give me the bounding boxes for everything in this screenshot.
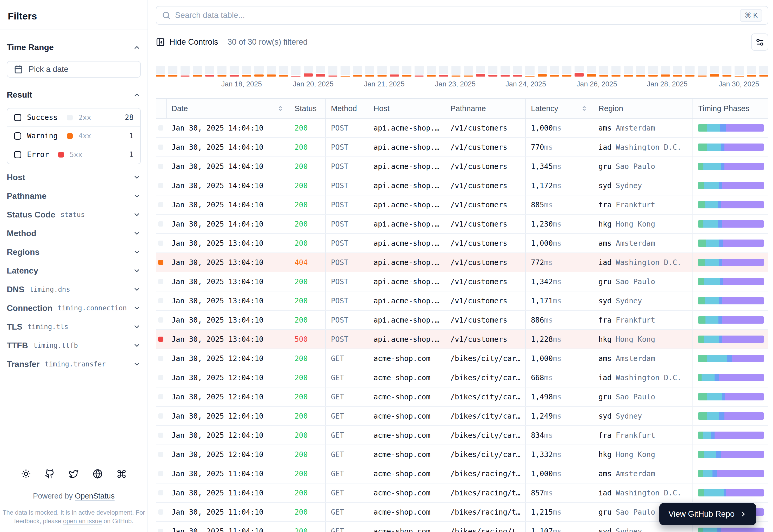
result-level-indicator[interactable] — [158, 394, 163, 399]
histogram-bar[interactable] — [661, 66, 670, 77]
histogram-bar[interactable] — [747, 66, 756, 77]
filter-section-connection[interactable]: Connection timing.connection — [7, 299, 141, 317]
histogram-bar[interactable] — [538, 66, 547, 77]
result-level-indicator[interactable] — [158, 221, 163, 227]
result-level-indicator[interactable] — [158, 433, 163, 438]
filter-section-status-code[interactable]: Status Code status — [7, 205, 141, 224]
sort-icon[interactable] — [277, 105, 284, 112]
checkbox[interactable] — [14, 132, 21, 140]
result-level-indicator[interactable] — [158, 356, 163, 361]
table-row[interactable]: Jan 30, 2025 12:04:10 200 GET acme-shop.… — [156, 387, 768, 407]
table-row[interactable]: Jan 30, 2025 11:04:10 200 GET acme-shop.… — [156, 464, 768, 483]
search-input[interactable] — [175, 11, 735, 20]
histogram-bar[interactable] — [168, 66, 177, 77]
header-host[interactable]: Host — [368, 99, 445, 118]
result-level-indicator[interactable] — [158, 529, 163, 532]
result-level-indicator[interactable] — [158, 509, 163, 515]
website-link[interactable] — [92, 469, 103, 479]
table-row[interactable]: Jan 30, 2025 12:04:10 200 GET acme-shop.… — [156, 407, 768, 426]
histogram-bar[interactable] — [304, 66, 313, 77]
histogram-bar[interactable] — [390, 66, 399, 77]
table-row[interactable]: Jan 30, 2025 13:04:10 200 POST api.acme-… — [156, 272, 768, 291]
command-menu-button[interactable] — [116, 469, 127, 479]
histogram-bar[interactable] — [267, 66, 276, 77]
view-github-repo-button[interactable]: View GitHub Repo — [659, 503, 756, 525]
checkbox[interactable] — [14, 114, 21, 121]
histogram-bar[interactable] — [377, 66, 386, 77]
result-level-indicator[interactable] — [158, 241, 163, 246]
result-option-success[interactable]: Success 2xx 28 — [7, 108, 140, 127]
theme-toggle-button[interactable] — [21, 469, 31, 479]
result-option-error[interactable]: Error 5xx 1 — [7, 145, 140, 164]
result-level-indicator[interactable] — [158, 452, 163, 457]
histogram-bar[interactable] — [562, 66, 571, 77]
header-latency[interactable]: Latency — [526, 99, 593, 118]
result-section-header[interactable]: Result — [7, 90, 141, 100]
histogram-bar[interactable] — [353, 66, 362, 77]
histogram-bar[interactable] — [242, 66, 251, 77]
view-options-button[interactable] — [751, 33, 768, 51]
checkbox[interactable] — [14, 151, 21, 158]
histogram-bar[interactable] — [673, 66, 682, 77]
histogram-bar[interactable] — [291, 66, 300, 77]
table-row[interactable]: Jan 30, 2025 14:04:10 200 POST api.acme-… — [156, 215, 768, 234]
header-date[interactable]: Date — [166, 99, 289, 118]
histogram-bar[interactable] — [476, 66, 485, 77]
histogram-bar[interactable] — [415, 66, 424, 77]
histogram-bar[interactable] — [722, 66, 731, 77]
histogram-bar[interactable] — [550, 66, 559, 77]
histogram-bar[interactable] — [316, 66, 325, 77]
header-method[interactable]: Method — [326, 99, 368, 118]
filter-section-host[interactable]: Host — [7, 168, 141, 187]
histogram-bar[interactable] — [464, 66, 473, 77]
filter-section-ttfb[interactable]: TTFB timing.ttfb — [7, 336, 141, 355]
result-level-indicator[interactable] — [158, 279, 163, 284]
result-level-indicator[interactable] — [158, 317, 163, 323]
histogram-bar[interactable] — [451, 66, 460, 77]
twitter-link[interactable] — [69, 469, 79, 479]
table-row[interactable]: Jan 30, 2025 12:04:10 200 GET acme-shop.… — [156, 349, 768, 368]
github-link[interactable] — [45, 469, 55, 479]
histogram-bar[interactable] — [710, 66, 719, 77]
result-level-indicator[interactable] — [158, 337, 163, 342]
histogram-bar[interactable] — [759, 66, 768, 77]
histogram-bar[interactable] — [156, 66, 165, 77]
result-level-indicator[interactable] — [158, 490, 163, 495]
result-level-indicator[interactable] — [158, 260, 163, 265]
sort-icon[interactable] — [581, 105, 588, 112]
result-level-indicator[interactable] — [158, 183, 163, 188]
table-row[interactable]: Jan 30, 2025 13:04:10 500 POST api.acme-… — [156, 330, 768, 349]
result-level-indicator[interactable] — [158, 145, 163, 150]
histogram-bar[interactable] — [648, 66, 658, 77]
histogram-bar[interactable] — [500, 66, 510, 77]
date-picker-button[interactable]: Pick a date — [7, 61, 141, 78]
histogram-bar[interactable] — [180, 66, 189, 77]
histogram-bar[interactable] — [525, 66, 534, 77]
histogram-bar[interactable] — [328, 66, 337, 77]
filter-section-pathname[interactable]: Pathname — [7, 187, 141, 205]
filter-section-latency[interactable]: Latency — [7, 261, 141, 280]
hide-controls-button[interactable]: Hide Controls — [156, 37, 218, 47]
result-level-indicator[interactable] — [158, 471, 163, 476]
histogram-bar[interactable] — [439, 66, 448, 77]
histogram-bar[interactable] — [513, 66, 522, 77]
filter-section-method[interactable]: Method — [7, 224, 141, 243]
table-row[interactable]: Jan 30, 2025 13:04:10 200 POST api.acme-… — [156, 291, 768, 311]
histogram-bar[interactable] — [587, 66, 596, 77]
result-level-indicator[interactable] — [158, 413, 163, 419]
filter-section-transfer[interactable]: Transfer timing.transfer — [7, 355, 141, 373]
histogram-bar[interactable] — [698, 66, 707, 77]
filter-section-dns[interactable]: DNS timing.dns — [7, 280, 141, 299]
histogram-bar[interactable] — [365, 66, 374, 77]
histogram-bar[interactable] — [279, 66, 288, 77]
table-row[interactable]: Jan 30, 2025 13:04:10 200 POST api.acme-… — [156, 311, 768, 330]
histogram-bar[interactable] — [599, 66, 608, 77]
histogram-bar[interactable] — [205, 66, 214, 77]
table-row[interactable]: Jan 30, 2025 14:04:10 200 POST api.acme-… — [156, 195, 768, 215]
result-level-indicator[interactable] — [158, 202, 163, 207]
histogram-bar[interactable] — [488, 66, 497, 77]
table-row[interactable]: Jan 30, 2025 14:04:10 200 POST api.acme-… — [156, 157, 768, 176]
histogram-bar[interactable] — [685, 66, 694, 77]
table-row[interactable]: Jan 30, 2025 13:04:10 404 POST api.acme-… — [156, 253, 768, 272]
histogram-bar[interactable] — [636, 66, 645, 77]
